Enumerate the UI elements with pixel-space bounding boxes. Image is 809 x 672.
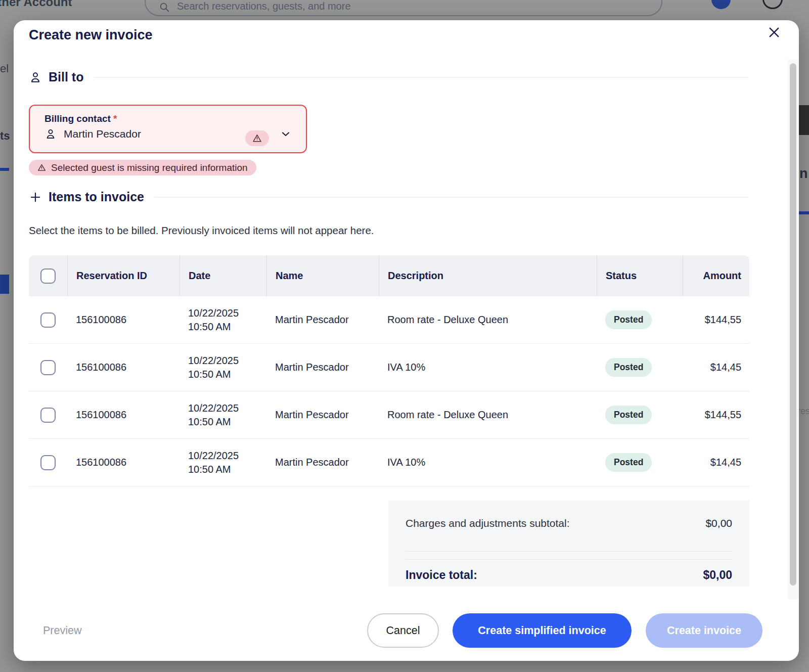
invoice-items-table: Reservation ID Date Name Description Sta… <box>29 255 749 486</box>
amount-cell: $144,55 <box>683 314 749 326</box>
description-cell: IVA 10% <box>379 362 597 373</box>
table-header-row: Reservation ID Date Name Description Sta… <box>29 255 749 296</box>
help-icon[interactable] <box>711 0 731 9</box>
search-icon <box>159 2 170 13</box>
subtotal-value: $0,00 <box>705 517 732 529</box>
bill-to-section-header: Bill to <box>29 70 748 84</box>
status-cell: Posted <box>597 358 683 377</box>
warning-triangle-icon <box>252 133 262 143</box>
date-cell: 10/22/202510:50 AM <box>179 306 266 334</box>
subtotal-label: Charges and adjustments subtotal: <box>406 517 570 529</box>
create-invoice-modal: Create new invoice Bill to Billing conta… <box>14 20 799 661</box>
warning-text: Selected guest is missing required infor… <box>51 162 248 173</box>
description-cell: IVA 10% <box>379 457 597 468</box>
search-placeholder: Search reservations, guests, and more <box>177 1 351 13</box>
cancel-button[interactable]: Cancel <box>367 613 439 648</box>
bg-selected-item <box>0 275 9 294</box>
column-header-reservation-id: Reservation ID <box>67 255 179 296</box>
table-row: 156100086 10/22/202510:50 AM Martin Pesc… <box>29 391 749 439</box>
column-header-status: Status <box>597 255 683 296</box>
table-row: 156100086 10/22/202510:50 AM Martin Pesc… <box>29 439 749 486</box>
status-badge: Posted <box>605 358 652 377</box>
row-checkbox[interactable] <box>40 408 56 423</box>
items-instructions: Select the items to be billed. Previousl… <box>29 225 374 237</box>
person-icon <box>29 71 42 84</box>
row-checkbox[interactable] <box>40 312 56 328</box>
reservation-id-cell: 156100086 <box>67 362 179 373</box>
column-header-date: Date <box>179 255 266 296</box>
bg-tab-underline <box>799 211 809 214</box>
status-cell: Posted <box>597 406 683 424</box>
section-divider <box>154 197 748 198</box>
billing-contact-select[interactable]: Billing contact* Martin Pescador <box>29 105 307 153</box>
warning-triangle-icon <box>37 163 46 172</box>
bg-text-fragment: el <box>0 62 9 75</box>
row-checkbox[interactable] <box>40 455 56 470</box>
billing-contact-value: Martin Pescador <box>64 128 141 140</box>
name-cell: Martin Pescador <box>266 409 379 421</box>
preview-button[interactable]: Preview <box>43 624 81 637</box>
column-header-name: Name <box>266 255 379 296</box>
table-row: 156100086 10/22/202510:50 AM Martin Pesc… <box>29 296 749 344</box>
description-cell: Room rate - Deluxe Queen <box>379 409 597 421</box>
amount-cell: $14,45 <box>683 362 749 373</box>
plus-icon <box>29 191 42 204</box>
bg-text-fragment: res <box>797 406 809 417</box>
amount-cell: $144,55 <box>683 409 749 421</box>
status-badge: Posted <box>605 406 652 424</box>
bill-to-heading: Bill to <box>49 70 83 84</box>
reservation-id-cell: 156100086 <box>67 457 179 468</box>
partner-account-label: rtner Account <box>0 0 72 9</box>
date-cell: 10/22/202510:50 AM <box>179 449 266 476</box>
screen: rtner Account Search reservations, guest… <box>0 0 809 672</box>
table-row: 156100086 10/22/202510:50 AM Martin Pesc… <box>29 344 749 391</box>
status-badge: Posted <box>605 453 652 472</box>
name-cell: Martin Pescador <box>266 457 379 468</box>
search-input[interactable]: Search reservations, guests, and more <box>145 0 662 16</box>
invoice-total-label: Invoice total: <box>406 568 477 582</box>
scrollbar-thumb[interactable] <box>790 63 796 586</box>
amount-cell: $14,45 <box>683 457 749 468</box>
section-divider <box>94 77 748 78</box>
create-simplified-invoice-button[interactable]: Create simplified invoice <box>453 613 632 648</box>
status-badge: Posted <box>605 310 652 329</box>
guest-missing-info-warning: Selected guest is missing required infor… <box>29 160 256 175</box>
bg-text-fragment: ts <box>0 129 10 143</box>
name-cell: Martin Pescador <box>266 362 379 373</box>
name-cell: Martin Pescador <box>266 314 379 326</box>
field-warning-pill <box>245 130 269 146</box>
person-icon <box>44 128 57 140</box>
status-cell: Posted <box>597 310 683 329</box>
reservation-id-cell: 156100086 <box>67 314 179 326</box>
row-checkbox[interactable] <box>40 360 56 375</box>
date-cell: 10/22/202510:50 AM <box>179 354 266 381</box>
status-cell: Posted <box>597 453 683 472</box>
required-asterisk: * <box>113 113 117 124</box>
table-body: 156100086 10/22/202510:50 AM Martin Pesc… <box>29 296 749 486</box>
date-cell: 10/22/202510:50 AM <box>179 401 266 429</box>
items-section-header: Items to invoice <box>29 190 748 204</box>
column-header-description: Description <box>379 255 597 296</box>
description-cell: Room rate - Deluxe Queen <box>379 314 597 326</box>
items-heading: Items to invoice <box>49 190 144 204</box>
bg-tab-underline <box>0 168 9 171</box>
invoice-total-value: $0,00 <box>703 568 732 582</box>
bg-heading-fragment: n <box>799 166 808 182</box>
select-all-checkbox[interactable] <box>40 268 56 284</box>
chevron-down-icon[interactable] <box>280 128 292 140</box>
create-invoice-button[interactable]: Create invoice <box>646 613 762 648</box>
modal-title: Create new invoice <box>29 27 153 43</box>
close-icon[interactable] <box>767 25 781 39</box>
totals-divider <box>406 551 732 552</box>
totals-divider <box>406 559 732 560</box>
reservation-id-cell: 156100086 <box>67 409 179 421</box>
billing-contact-label: Billing contact* <box>44 113 296 124</box>
avatar-icon[interactable] <box>762 0 783 9</box>
column-header-amount: Amount <box>683 255 749 296</box>
totals-panel: Charges and adjustments subtotal: $0,00 … <box>388 501 749 587</box>
